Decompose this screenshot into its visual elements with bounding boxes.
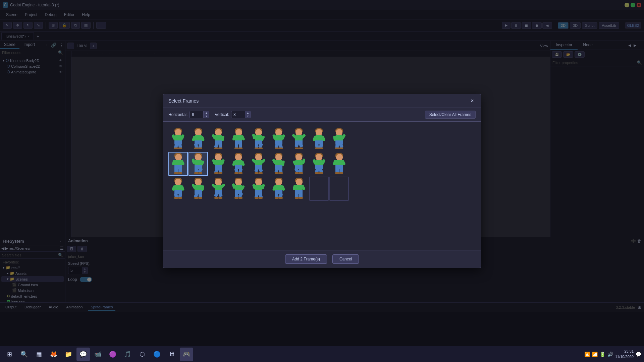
modal-header: Select Frames × [163, 94, 481, 108]
sprite-cell-2-8[interactable] [329, 177, 349, 201]
spotify-button[interactable]: 🎵 [121, 348, 134, 361]
sprite-2-2 [211, 179, 226, 199]
modal-overlay: Select Frames × Horizontal: ▴ ▾ Vertical… [0, 0, 644, 362]
search-icon: 🔍 [20, 351, 28, 358]
sprite-cell-1-6[interactable] [289, 152, 309, 176]
sprite-1-7 [311, 154, 327, 174]
sprite-2-6 [291, 179, 307, 199]
app1-button[interactable]: 🟣 [106, 348, 119, 361]
sprite-0-7 [311, 129, 327, 149]
sprite-2-3 [231, 179, 246, 199]
vertical-control: Vertical: ▴ ▾ [215, 111, 251, 118]
firefox-button[interactable]: 🦊 [47, 348, 60, 361]
sprite-1-5 [271, 154, 286, 174]
taskview-icon: ▦ [36, 351, 42, 358]
sprite-1-8 [331, 154, 347, 174]
vertical-input[interactable] [231, 111, 245, 118]
sprite-1-3 [231, 154, 246, 174]
add-frames-button[interactable]: Add 2 Frame(s) [285, 254, 327, 264]
sprite-0-4 [251, 129, 266, 149]
sprite-cell-2-7[interactable] [309, 177, 329, 201]
sprite-2-0 [170, 179, 186, 199]
godot-button[interactable]: 🎮 [180, 348, 193, 361]
sprite-cell-2-5[interactable] [269, 177, 288, 201]
search-button[interactable]: 🔍 [17, 348, 31, 361]
terminal-button[interactable]: 🖥 [165, 348, 178, 361]
horizontal-input[interactable] [190, 111, 203, 118]
taskbar-tray: 🔼 📶 🔋 🔊 23:31 11/10/2020 💬 [584, 349, 641, 359]
sprite-cell-0-6[interactable] [289, 127, 309, 151]
sprite-cell-1-7[interactable] [309, 152, 329, 176]
sprite-row-1 [168, 127, 349, 151]
zoom-button[interactable]: 📹 [91, 348, 105, 361]
modal-close-button[interactable]: × [469, 98, 476, 104]
sprite-cell-0-3[interactable] [229, 127, 248, 151]
network-icon[interactable]: 📶 [592, 352, 598, 357]
start-button[interactable]: ⊞ [3, 348, 16, 361]
battery-icon[interactable]: 🔋 [600, 352, 605, 357]
sprite-cell-1-3[interactable] [229, 152, 248, 176]
vscode-button[interactable]: 🔵 [150, 348, 164, 361]
horizontal-up[interactable]: ▴ [204, 111, 209, 115]
modal-body [163, 122, 481, 250]
taskview-button[interactable]: ▦ [32, 348, 46, 361]
sprite-0-5 [271, 129, 286, 149]
sprite-0-2 [211, 129, 226, 149]
sprite-1-1 [191, 154, 206, 174]
select-all-button[interactable]: Select/Clear All Frames [425, 111, 476, 119]
horizontal-label: Horizontal: [168, 112, 187, 117]
sprite-cell-2-1[interactable] [189, 177, 208, 201]
sprite-cell-2-0[interactable] [168, 177, 188, 201]
sprite-cell-0-1[interactable] [189, 127, 208, 151]
volume-icon[interactable]: 🔊 [607, 352, 613, 357]
edge-button[interactable]: ⬡ [136, 348, 149, 361]
horizontal-arrows: ▴ ▾ [203, 111, 209, 118]
sprite-1-2 [211, 154, 226, 174]
sprite-cell-0-8[interactable] [329, 127, 349, 151]
sprite-0-3 [231, 129, 246, 149]
taskbar: ⊞ 🔍 ▦ 🦊 📁 💬 📹 🟣 🎵 ⬡ 🔵 🖥 🎮 🔼 📶 🔋 🔊 23:31 … [0, 346, 644, 362]
sprite-grid [168, 127, 476, 201]
sprite-cell-1-4[interactable] [249, 152, 268, 176]
sprite-1-6 [291, 154, 307, 174]
modal-title: Select Frames [168, 98, 199, 104]
tray-icon-1[interactable]: 🔼 [584, 352, 590, 357]
sprite-cell-1-2[interactable] [209, 152, 228, 176]
line-button[interactable]: 💬 [76, 348, 90, 361]
sprite-0-1 [191, 129, 206, 149]
sprite-cell-2-2[interactable] [209, 177, 228, 201]
sprite-cell-0-7[interactable] [309, 127, 329, 151]
vertical-arrows: ▴ ▾ [245, 111, 251, 118]
sprite-cell-1-8[interactable] [329, 152, 349, 176]
vertical-up[interactable]: ▴ [245, 111, 251, 115]
notification-icon[interactable]: 💬 [636, 352, 641, 357]
start-icon: ⊞ [7, 351, 12, 358]
vertical-down[interactable]: ▾ [245, 115, 251, 118]
time-text: 23:31 [615, 349, 634, 354]
sprite-row-2 [168, 152, 349, 176]
sprite-cell-0-4[interactable] [249, 127, 268, 151]
sprite-0-6 [291, 129, 307, 149]
modal-controls: Horizontal: ▴ ▾ Vertical: ▴ ▾ [163, 108, 481, 122]
sprite-cell-2-4[interactable] [249, 177, 268, 201]
taskbar-clock[interactable]: 23:31 11/10/2020 [615, 349, 634, 359]
sprite-cell-1-1[interactable] [189, 152, 208, 176]
sprite-cell-0-5[interactable] [269, 127, 288, 151]
horizontal-down[interactable]: ▾ [204, 115, 209, 118]
sprite-row-3 [168, 177, 349, 201]
sprite-0-0 [170, 129, 186, 149]
sprite-2-4 [251, 179, 266, 199]
horizontal-control: Horizontal: ▴ ▾ [168, 111, 209, 118]
sprite-cell-2-3[interactable] [229, 177, 248, 201]
sprite-cell-1-5[interactable] [269, 152, 288, 176]
sprite-cell-2-6[interactable] [289, 177, 309, 201]
select-frames-dialog: Select Frames × Horizontal: ▴ ▾ Vertical… [163, 94, 481, 268]
vertical-label: Vertical: [215, 112, 229, 117]
date-text: 11/10/2020 [615, 354, 634, 359]
sprite-cell-0-0[interactable] [168, 127, 188, 151]
cancel-button[interactable]: Cancel [332, 254, 359, 264]
files-button[interactable]: 📁 [62, 348, 75, 361]
sprite-cell-1-0[interactable] [168, 152, 188, 176]
sprite-cell-0-2[interactable] [209, 127, 228, 151]
sprite-2-1 [191, 179, 206, 199]
